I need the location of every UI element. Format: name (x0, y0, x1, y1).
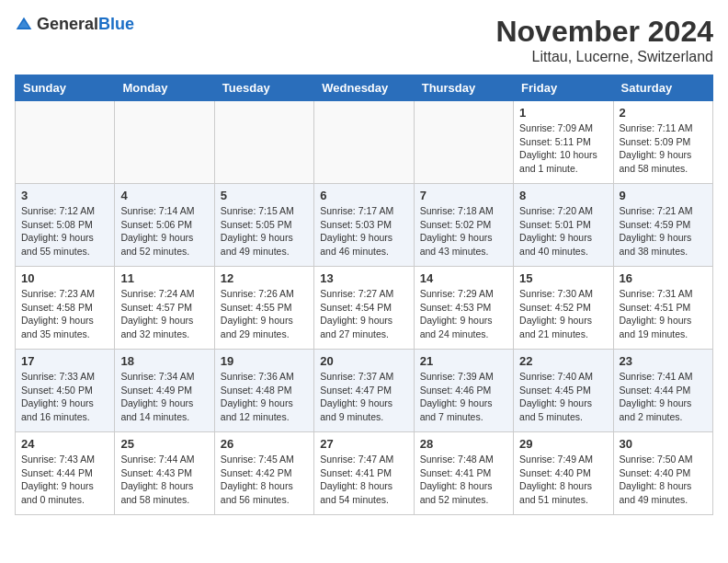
day-info: Sunrise: 7:23 AM Sunset: 4:58 PM Dayligh… (21, 287, 108, 341)
weekday-header-friday: Friday (514, 75, 613, 101)
day-info: Sunrise: 7:37 AM Sunset: 4:47 PM Dayligh… (320, 370, 407, 424)
table-row: 25Sunrise: 7:44 AM Sunset: 4:43 PM Dayli… (115, 432, 214, 515)
weekday-header-row: SundayMondayTuesdayWednesdayThursdayFrid… (16, 75, 713, 101)
day-info: Sunrise: 7:27 AM Sunset: 4:54 PM Dayligh… (320, 287, 407, 341)
table-row: 3Sunrise: 7:12 AM Sunset: 5:08 PM Daylig… (16, 184, 115, 267)
day-info: Sunrise: 7:50 AM Sunset: 4:40 PM Dayligh… (620, 453, 707, 507)
month-title: November 2024 (495, 15, 713, 49)
day-info: Sunrise: 7:21 AM Sunset: 4:59 PM Dayligh… (620, 204, 707, 259)
table-row: 14Sunrise: 7:29 AM Sunset: 4:53 PM Dayli… (414, 267, 513, 350)
day-info: Sunrise: 7:24 AM Sunset: 4:57 PM Dayligh… (120, 287, 208, 341)
table-row: 11Sunrise: 7:24 AM Sunset: 4:57 PM Dayli… (115, 267, 214, 350)
day-number: 23 (620, 354, 707, 368)
day-info: Sunrise: 7:31 AM Sunset: 4:51 PM Dayligh… (620, 287, 707, 341)
day-number: 8 (519, 189, 607, 202)
day-info: Sunrise: 7:44 AM Sunset: 4:43 PM Dayligh… (120, 453, 208, 507)
day-info: Sunrise: 7:15 AM Sunset: 5:05 PM Dayligh… (221, 204, 308, 259)
day-info: Sunrise: 7:34 AM Sunset: 4:49 PM Dayligh… (120, 370, 208, 424)
day-number: 9 (620, 189, 707, 202)
day-info: Sunrise: 7:47 AM Sunset: 4:41 PM Dayligh… (320, 453, 407, 507)
day-number: 11 (120, 271, 208, 285)
calendar-week-row: 3Sunrise: 7:12 AM Sunset: 5:08 PM Daylig… (16, 184, 713, 267)
day-number: 14 (420, 271, 507, 285)
table-row: 8Sunrise: 7:20 AM Sunset: 5:01 PM Daylig… (514, 184, 613, 267)
calendar-week-row: 10Sunrise: 7:23 AM Sunset: 4:58 PM Dayli… (16, 267, 713, 350)
table-row: 20Sunrise: 7:37 AM Sunset: 4:47 PM Dayli… (314, 350, 414, 432)
day-number: 28 (420, 437, 507, 451)
day-number: 4 (120, 189, 208, 202)
table-row: 2Sunrise: 7:11 AM Sunset: 5:09 PM Daylig… (613, 101, 712, 184)
calendar-week-row: 24Sunrise: 7:43 AM Sunset: 4:44 PM Dayli… (16, 432, 713, 515)
table-row: 16Sunrise: 7:31 AM Sunset: 4:51 PM Dayli… (613, 267, 712, 350)
table-row: 21Sunrise: 7:39 AM Sunset: 4:46 PM Dayli… (414, 350, 513, 432)
day-number: 2 (620, 106, 707, 120)
day-number: 6 (320, 189, 407, 202)
logo-icon (15, 16, 33, 34)
day-info: Sunrise: 7:39 AM Sunset: 4:46 PM Dayligh… (420, 370, 507, 424)
table-row (214, 101, 313, 184)
weekday-header-monday: Monday (115, 75, 214, 101)
day-info: Sunrise: 7:45 AM Sunset: 4:42 PM Dayligh… (221, 453, 308, 507)
day-number: 18 (120, 354, 208, 368)
weekday-header-saturday: Saturday (613, 75, 712, 101)
table-row: 6Sunrise: 7:17 AM Sunset: 5:03 PM Daylig… (314, 184, 414, 267)
day-number: 17 (21, 354, 108, 368)
table-row: 24Sunrise: 7:43 AM Sunset: 4:44 PM Dayli… (16, 432, 115, 515)
day-info: Sunrise: 7:09 AM Sunset: 5:11 PM Dayligh… (519, 121, 607, 176)
day-info: Sunrise: 7:41 AM Sunset: 4:44 PM Dayligh… (620, 370, 707, 424)
table-row: 22Sunrise: 7:40 AM Sunset: 4:45 PM Dayli… (514, 350, 613, 432)
weekday-header-sunday: Sunday (16, 75, 115, 101)
day-number: 10 (21, 271, 108, 285)
table-row (115, 101, 214, 184)
table-row: 23Sunrise: 7:41 AM Sunset: 4:44 PM Dayli… (613, 350, 712, 432)
day-info: Sunrise: 7:40 AM Sunset: 4:45 PM Dayligh… (519, 370, 607, 424)
day-number: 24 (21, 437, 108, 451)
logo-general: General (37, 15, 98, 33)
table-row (414, 101, 513, 184)
table-row: 1Sunrise: 7:09 AM Sunset: 5:11 PM Daylig… (514, 101, 613, 184)
day-number: 19 (221, 354, 308, 368)
day-info: Sunrise: 7:26 AM Sunset: 4:55 PM Dayligh… (221, 287, 308, 341)
weekday-header-tuesday: Tuesday (214, 75, 313, 101)
table-row: 27Sunrise: 7:47 AM Sunset: 4:41 PM Dayli… (314, 432, 414, 515)
day-number: 13 (320, 271, 407, 285)
header: GeneralBlue November 2024 Littau, Lucern… (15, 15, 713, 65)
table-row: 30Sunrise: 7:50 AM Sunset: 4:40 PM Dayli… (613, 432, 712, 515)
day-number: 30 (620, 437, 707, 451)
day-info: Sunrise: 7:29 AM Sunset: 4:53 PM Dayligh… (420, 287, 507, 341)
day-number: 12 (221, 271, 308, 285)
weekday-header-wednesday: Wednesday (314, 75, 414, 101)
day-info: Sunrise: 7:49 AM Sunset: 4:40 PM Dayligh… (519, 453, 607, 507)
calendar: SundayMondayTuesdayWednesdayThursdayFrid… (15, 75, 713, 515)
calendar-week-row: 17Sunrise: 7:33 AM Sunset: 4:50 PM Dayli… (16, 350, 713, 432)
table-row: 5Sunrise: 7:15 AM Sunset: 5:05 PM Daylig… (214, 184, 313, 267)
day-number: 26 (221, 437, 308, 451)
day-number: 1 (519, 106, 607, 120)
table-row: 15Sunrise: 7:30 AM Sunset: 4:52 PM Dayli… (514, 267, 613, 350)
title-area: November 2024 Littau, Lucerne, Switzerla… (495, 15, 713, 65)
calendar-week-row: 1Sunrise: 7:09 AM Sunset: 5:11 PM Daylig… (16, 101, 713, 184)
day-info: Sunrise: 7:14 AM Sunset: 5:06 PM Dayligh… (120, 204, 208, 259)
day-info: Sunrise: 7:30 AM Sunset: 4:52 PM Dayligh… (519, 287, 607, 341)
day-info: Sunrise: 7:18 AM Sunset: 5:02 PM Dayligh… (420, 204, 507, 259)
day-number: 22 (519, 354, 607, 368)
day-number: 25 (120, 437, 208, 451)
day-number: 7 (420, 189, 507, 202)
day-info: Sunrise: 7:36 AM Sunset: 4:48 PM Dayligh… (221, 370, 308, 424)
table-row: 13Sunrise: 7:27 AM Sunset: 4:54 PM Dayli… (314, 267, 414, 350)
table-row: 12Sunrise: 7:26 AM Sunset: 4:55 PM Dayli… (214, 267, 313, 350)
day-info: Sunrise: 7:17 AM Sunset: 5:03 PM Dayligh… (320, 204, 407, 259)
table-row: 29Sunrise: 7:49 AM Sunset: 4:40 PM Dayli… (514, 432, 613, 515)
day-info: Sunrise: 7:33 AM Sunset: 4:50 PM Dayligh… (21, 370, 108, 424)
day-info: Sunrise: 7:20 AM Sunset: 5:01 PM Dayligh… (519, 204, 607, 259)
day-number: 3 (21, 189, 108, 202)
table-row (16, 101, 115, 184)
day-number: 5 (221, 189, 308, 202)
table-row (314, 101, 414, 184)
logo: GeneralBlue (15, 15, 134, 34)
day-info: Sunrise: 7:48 AM Sunset: 4:41 PM Dayligh… (420, 453, 507, 507)
day-info: Sunrise: 7:12 AM Sunset: 5:08 PM Dayligh… (21, 204, 108, 259)
table-row: 18Sunrise: 7:34 AM Sunset: 4:49 PM Dayli… (115, 350, 214, 432)
day-number: 16 (620, 271, 707, 285)
day-number: 15 (519, 271, 607, 285)
